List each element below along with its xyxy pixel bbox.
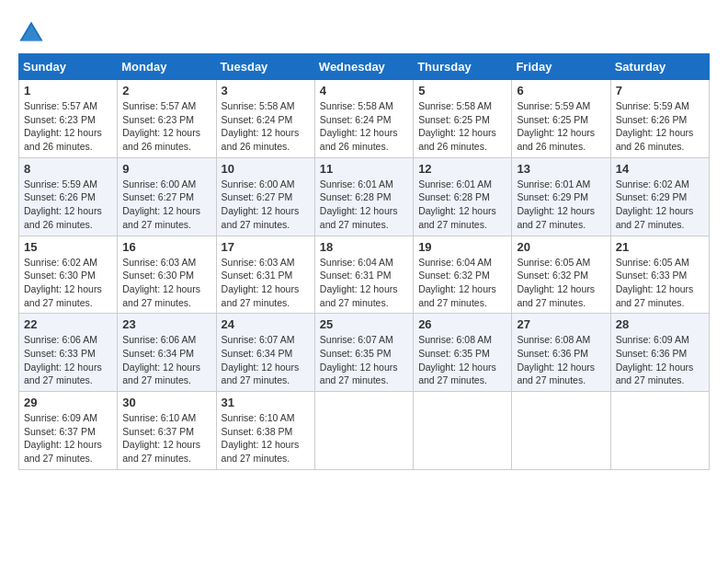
day-number: 4 [320, 84, 408, 98]
day-info: Sunrise: 5:58 AM Sunset: 6:24 PM Dayligh… [320, 99, 408, 154]
day-info: Sunrise: 5:58 AM Sunset: 6:25 PM Dayligh… [418, 99, 506, 154]
logo-icon [18, 18, 44, 44]
day-info: Sunrise: 6:09 AM Sunset: 6:37 PM Dayligh… [24, 411, 112, 465]
day-number: 17 [222, 240, 310, 254]
day-info: Sunrise: 6:09 AM Sunset: 6:36 PM Dayligh… [616, 333, 704, 387]
calendar-cell: 9Sunrise: 6:00 AM Sunset: 6:27 PM Daylig… [118, 157, 216, 236]
calendar-table: SundayMondayTuesdayWednesdayThursdayFrid… [18, 53, 710, 470]
calendar-cell: 22Sunrise: 6:06 AM Sunset: 6:33 PM Dayli… [19, 314, 118, 392]
day-number: 23 [122, 317, 210, 331]
calendar-cell: 2Sunrise: 5:57 AM Sunset: 6:23 PM Daylig… [118, 80, 216, 158]
day-number: 28 [616, 317, 704, 331]
day-number: 25 [320, 317, 408, 331]
day-info: Sunrise: 6:07 AM Sunset: 6:34 PM Dayligh… [222, 333, 310, 387]
header-saturday: Saturday [610, 54, 709, 80]
header-wednesday: Wednesday [314, 54, 413, 80]
page-header [18, 18, 710, 44]
calendar-cell [414, 392, 512, 470]
day-info: Sunrise: 6:03 AM Sunset: 6:31 PM Dayligh… [222, 256, 310, 310]
calendar-cell: 14Sunrise: 6:02 AM Sunset: 6:29 PM Dayli… [610, 157, 709, 236]
day-info: Sunrise: 5:59 AM Sunset: 6:25 PM Dayligh… [517, 99, 605, 154]
calendar-cell: 19Sunrise: 6:04 AM Sunset: 6:32 PM Dayli… [414, 236, 512, 314]
header-row: SundayMondayTuesdayWednesdayThursdayFrid… [19, 54, 710, 80]
header-thursday: Thursday [414, 54, 512, 80]
calendar-cell: 5Sunrise: 5:58 AM Sunset: 6:25 PM Daylig… [414, 80, 512, 158]
day-number: 5 [418, 84, 506, 98]
calendar-cell: 13Sunrise: 6:01 AM Sunset: 6:29 PM Dayli… [512, 157, 610, 236]
day-info: Sunrise: 6:02 AM Sunset: 6:30 PM Dayligh… [24, 256, 112, 310]
calendar-cell: 24Sunrise: 6:07 AM Sunset: 6:34 PM Dayli… [216, 314, 314, 392]
day-number: 24 [222, 317, 310, 331]
day-info: Sunrise: 5:57 AM Sunset: 6:23 PM Dayligh… [24, 99, 112, 154]
header-sunday: Sunday [19, 54, 118, 80]
day-number: 31 [222, 396, 310, 409]
header-monday: Monday [118, 54, 216, 80]
day-info: Sunrise: 6:05 AM Sunset: 6:33 PM Dayligh… [616, 256, 704, 310]
day-info: Sunrise: 5:58 AM Sunset: 6:24 PM Dayligh… [222, 99, 310, 154]
week-row-3: 15Sunrise: 6:02 AM Sunset: 6:30 PM Dayli… [19, 236, 710, 314]
day-number: 19 [418, 240, 506, 254]
day-number: 2 [122, 84, 210, 98]
day-info: Sunrise: 6:08 AM Sunset: 6:36 PM Dayligh… [517, 333, 605, 387]
day-number: 22 [24, 317, 112, 331]
day-info: Sunrise: 6:10 AM Sunset: 6:37 PM Dayligh… [122, 411, 210, 465]
day-number: 3 [222, 84, 310, 98]
calendar-cell: 23Sunrise: 6:06 AM Sunset: 6:34 PM Dayli… [118, 314, 216, 392]
day-info: Sunrise: 6:01 AM Sunset: 6:28 PM Dayligh… [320, 178, 408, 232]
calendar-cell: 31Sunrise: 6:10 AM Sunset: 6:38 PM Dayli… [216, 392, 314, 470]
day-number: 9 [122, 162, 210, 176]
calendar-cell: 29Sunrise: 6:09 AM Sunset: 6:37 PM Dayli… [19, 392, 118, 470]
week-row-4: 22Sunrise: 6:06 AM Sunset: 6:33 PM Dayli… [19, 314, 710, 392]
calendar-cell: 25Sunrise: 6:07 AM Sunset: 6:35 PM Dayli… [314, 314, 413, 392]
day-info: Sunrise: 6:01 AM Sunset: 6:29 PM Dayligh… [517, 178, 605, 232]
calendar-cell: 7Sunrise: 5:59 AM Sunset: 6:26 PM Daylig… [610, 80, 709, 158]
calendar-cell: 28Sunrise: 6:09 AM Sunset: 6:36 PM Dayli… [610, 314, 709, 392]
day-info: Sunrise: 6:06 AM Sunset: 6:34 PM Dayligh… [122, 333, 210, 387]
calendar-cell [610, 392, 709, 470]
day-number: 10 [222, 162, 310, 176]
day-info: Sunrise: 6:05 AM Sunset: 6:32 PM Dayligh… [517, 256, 605, 310]
calendar-cell: 4Sunrise: 5:58 AM Sunset: 6:24 PM Daylig… [314, 80, 413, 158]
calendar-cell: 27Sunrise: 6:08 AM Sunset: 6:36 PM Dayli… [512, 314, 610, 392]
logo [18, 18, 46, 44]
day-info: Sunrise: 6:01 AM Sunset: 6:28 PM Dayligh… [418, 178, 506, 232]
day-info: Sunrise: 5:59 AM Sunset: 6:26 PM Dayligh… [24, 178, 112, 232]
day-number: 15 [24, 240, 112, 254]
day-number: 7 [616, 84, 704, 98]
calendar-cell [512, 392, 610, 470]
day-number: 16 [122, 240, 210, 254]
day-number: 1 [24, 84, 112, 98]
day-info: Sunrise: 6:08 AM Sunset: 6:35 PM Dayligh… [418, 333, 506, 387]
day-number: 30 [122, 396, 210, 409]
day-number: 27 [517, 317, 605, 331]
day-number: 12 [418, 162, 506, 176]
day-info: Sunrise: 6:03 AM Sunset: 6:30 PM Dayligh… [122, 256, 210, 310]
day-number: 20 [517, 240, 605, 254]
day-number: 11 [320, 162, 408, 176]
day-info: Sunrise: 6:02 AM Sunset: 6:29 PM Dayligh… [616, 178, 704, 232]
calendar-cell: 21Sunrise: 6:05 AM Sunset: 6:33 PM Dayli… [610, 236, 709, 314]
calendar-cell: 26Sunrise: 6:08 AM Sunset: 6:35 PM Dayli… [414, 314, 512, 392]
calendar-cell: 12Sunrise: 6:01 AM Sunset: 6:28 PM Dayli… [414, 157, 512, 236]
calendar-cell: 10Sunrise: 6:00 AM Sunset: 6:27 PM Dayli… [216, 157, 314, 236]
day-info: Sunrise: 6:00 AM Sunset: 6:27 PM Dayligh… [122, 178, 210, 232]
calendar-cell: 1Sunrise: 5:57 AM Sunset: 6:23 PM Daylig… [19, 80, 118, 158]
header-friday: Friday [512, 54, 610, 80]
calendar-cell: 6Sunrise: 5:59 AM Sunset: 6:25 PM Daylig… [512, 80, 610, 158]
calendar-cell: 17Sunrise: 6:03 AM Sunset: 6:31 PM Dayli… [216, 236, 314, 314]
day-info: Sunrise: 6:06 AM Sunset: 6:33 PM Dayligh… [24, 333, 112, 387]
calendar-cell: 11Sunrise: 6:01 AM Sunset: 6:28 PM Dayli… [314, 157, 413, 236]
week-row-1: 1Sunrise: 5:57 AM Sunset: 6:23 PM Daylig… [19, 80, 710, 158]
calendar-cell: 3Sunrise: 5:58 AM Sunset: 6:24 PM Daylig… [216, 80, 314, 158]
day-info: Sunrise: 6:07 AM Sunset: 6:35 PM Dayligh… [320, 333, 408, 387]
week-row-5: 29Sunrise: 6:09 AM Sunset: 6:37 PM Dayli… [19, 392, 710, 470]
day-info: Sunrise: 6:04 AM Sunset: 6:31 PM Dayligh… [320, 256, 408, 310]
calendar-cell: 30Sunrise: 6:10 AM Sunset: 6:37 PM Dayli… [118, 392, 216, 470]
day-number: 26 [418, 317, 506, 331]
calendar-cell: 16Sunrise: 6:03 AM Sunset: 6:30 PM Dayli… [118, 236, 216, 314]
day-number: 6 [517, 84, 605, 98]
day-number: 29 [24, 396, 112, 409]
calendar-cell: 18Sunrise: 6:04 AM Sunset: 6:31 PM Dayli… [314, 236, 413, 314]
day-info: Sunrise: 5:59 AM Sunset: 6:26 PM Dayligh… [616, 99, 704, 154]
calendar-cell: 15Sunrise: 6:02 AM Sunset: 6:30 PM Dayli… [19, 236, 118, 314]
